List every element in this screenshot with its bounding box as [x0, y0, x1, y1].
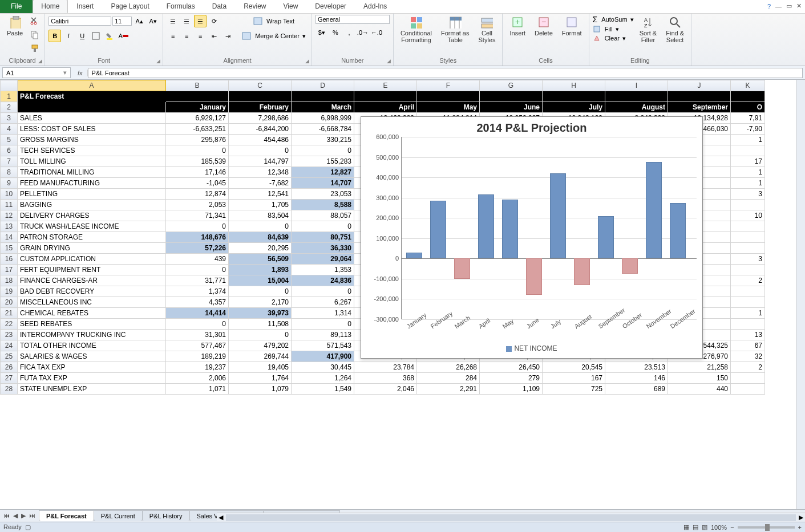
- align-right-button[interactable]: ≡: [194, 30, 207, 42]
- align-left-button[interactable]: ≡: [167, 30, 179, 42]
- cell-A10[interactable]: PELLETING: [18, 189, 166, 200]
- cell-A1[interactable]: P&L Forecast: [18, 91, 166, 102]
- fill-color-button[interactable]: [103, 30, 116, 42]
- row-header-18[interactable]: 18: [1, 275, 18, 286]
- cell-A20[interactable]: MISCELLANEOUS INC: [18, 297, 166, 308]
- autosum-button[interactable]: Σ AutoSum ▾: [593, 15, 634, 24]
- formula-input[interactable]: P&L Forecast: [88, 68, 803, 78]
- name-box[interactable]: A1▾: [2, 67, 71, 78]
- row-header-4[interactable]: 4: [1, 124, 18, 135]
- cut-button[interactable]: [29, 15, 41, 27]
- column-header-J[interactable]: J: [668, 80, 731, 91]
- cell-A7[interactable]: TOLL MILLING: [18, 156, 166, 167]
- number-dialog-launcher[interactable]: ◢: [387, 58, 391, 64]
- bar-july[interactable]: [550, 173, 566, 258]
- column-header-K[interactable]: K: [731, 80, 765, 91]
- cell-A15[interactable]: GRAIN DRYING: [18, 243, 166, 254]
- cell-A4[interactable]: LESS: COST OF SALES: [18, 124, 166, 135]
- row-header-10[interactable]: 10: [1, 189, 18, 200]
- decrease-decimal-button[interactable]: ←.0: [370, 26, 383, 39]
- cell-A25[interactable]: SALARIES & WAGES: [18, 351, 166, 362]
- font-color-button[interactable]: A: [117, 30, 130, 42]
- ribbon-tab-developer[interactable]: Developer: [306, 0, 355, 13]
- row-header-25[interactable]: 25: [1, 351, 18, 362]
- format-painter-button[interactable]: [29, 42, 41, 55]
- select-all-corner[interactable]: [1, 80, 18, 91]
- wrap-text-button[interactable]: Wrap Text: [240, 15, 308, 27]
- bar-november[interactable]: [646, 162, 662, 258]
- restore-icon[interactable]: ▭: [786, 2, 792, 10]
- font-name-select[interactable]: [48, 17, 111, 26]
- cell-A11[interactable]: BAGGING: [18, 200, 166, 210]
- increase-font-button[interactable]: A▴: [133, 15, 145, 27]
- clear-button[interactable]: Clear ▾: [593, 34, 634, 42]
- bar-march[interactable]: [454, 258, 470, 279]
- decrease-indent-button[interactable]: ⇤: [208, 30, 220, 42]
- cell-A17[interactable]: FERT EQUIPMENT RENT: [18, 265, 166, 275]
- clipboard-dialog-launcher[interactable]: ◢: [38, 58, 42, 64]
- row-header-11[interactable]: 11: [1, 200, 18, 210]
- cell-A19[interactable]: BAD DEBT RECOVERY: [18, 286, 166, 297]
- row-header-22[interactable]: 22: [1, 319, 18, 330]
- row-header-16[interactable]: 16: [1, 254, 18, 265]
- cell-A9[interactable]: FEED MANUFACTURING: [18, 178, 166, 189]
- row-header-6[interactable]: 6: [1, 145, 18, 156]
- copy-button[interactable]: [29, 29, 41, 41]
- column-header-C[interactable]: C: [229, 80, 292, 91]
- cell-A28[interactable]: STATE UNEMPL EXP: [18, 384, 166, 395]
- bar-january[interactable]: [406, 253, 422, 259]
- cell-A6[interactable]: TECH SERVICES: [18, 145, 166, 156]
- ribbon-tab-formulas[interactable]: Formulas: [158, 0, 204, 13]
- row-header-26[interactable]: 26: [1, 362, 18, 373]
- sort-filter-button[interactable]: AZSort & Filter: [636, 15, 661, 44]
- row-header-20[interactable]: 20: [1, 297, 18, 308]
- row-header-8[interactable]: 8: [1, 167, 18, 178]
- percent-format-button[interactable]: %: [329, 26, 342, 39]
- format-as-table-button[interactable]: Format as Table: [438, 15, 473, 44]
- embedded-chart[interactable]: 2014 P&L Projection -300,000-200,000-100…: [361, 116, 703, 359]
- decrease-font-button[interactable]: A▾: [147, 15, 159, 27]
- accounting-format-button[interactable]: $▾: [315, 26, 328, 39]
- ribbon-tab-home[interactable]: Home: [33, 0, 68, 13]
- format-cells-button[interactable]: Format: [559, 15, 585, 38]
- column-header-G[interactable]: G: [480, 80, 543, 91]
- align-top-button[interactable]: ☰: [167, 15, 179, 27]
- italic-button[interactable]: I: [62, 30, 75, 42]
- ribbon-tab-file[interactable]: File: [0, 0, 33, 13]
- ribbon-tab-review[interactable]: Review: [235, 0, 274, 13]
- cell-styles-button[interactable]: Cell Styles: [475, 15, 499, 44]
- merge-center-button[interactable]: Merge & Center ▾: [240, 30, 308, 42]
- row-header-21[interactable]: 21: [1, 308, 18, 319]
- orientation-button[interactable]: ⟳: [208, 15, 220, 27]
- comma-format-button[interactable]: ,: [343, 26, 355, 39]
- border-button[interactable]: [90, 30, 102, 42]
- bar-october[interactable]: [622, 258, 638, 274]
- worksheet-grid[interactable]: ABCDEFGHIJK1P&L Forecast2JanuaryFebruary…: [0, 80, 805, 509]
- align-middle-button[interactable]: ☰: [180, 15, 193, 27]
- ribbon-tab-data[interactable]: Data: [204, 0, 235, 13]
- cell-A24[interactable]: TOTAL OTHER INCOME: [18, 340, 166, 351]
- column-header-D[interactable]: D: [292, 80, 354, 91]
- delete-cells-button[interactable]: −Delete: [531, 15, 556, 38]
- row-header-14[interactable]: 14: [1, 232, 18, 243]
- bar-february[interactable]: [430, 201, 446, 258]
- row-header-28[interactable]: 28: [1, 384, 18, 395]
- font-dialog-launcher[interactable]: ◢: [156, 58, 160, 64]
- row-header-2[interactable]: 2: [1, 102, 18, 113]
- cell-A22[interactable]: SEED REBATES: [18, 319, 166, 330]
- row-header-23[interactable]: 23: [1, 330, 18, 340]
- ribbon-tab-add-ins[interactable]: Add-Ins: [355, 0, 395, 13]
- column-header-I[interactable]: I: [605, 80, 668, 91]
- ribbon-tab-view[interactable]: View: [275, 0, 307, 13]
- column-header-B[interactable]: B: [166, 80, 229, 91]
- bar-june[interactable]: [526, 258, 542, 295]
- row-header-17[interactable]: 17: [1, 265, 18, 275]
- cell-A21[interactable]: CHEMICAL REBATES: [18, 308, 166, 319]
- cell-A14[interactable]: PATRON STORAGE: [18, 232, 166, 243]
- fx-icon[interactable]: fx: [73, 70, 88, 76]
- row-header-27[interactable]: 27: [1, 373, 18, 384]
- bar-august[interactable]: [574, 258, 590, 285]
- row-header-9[interactable]: 9: [1, 178, 18, 189]
- row-header-19[interactable]: 19: [1, 286, 18, 297]
- increase-indent-button[interactable]: ⇥: [221, 30, 234, 42]
